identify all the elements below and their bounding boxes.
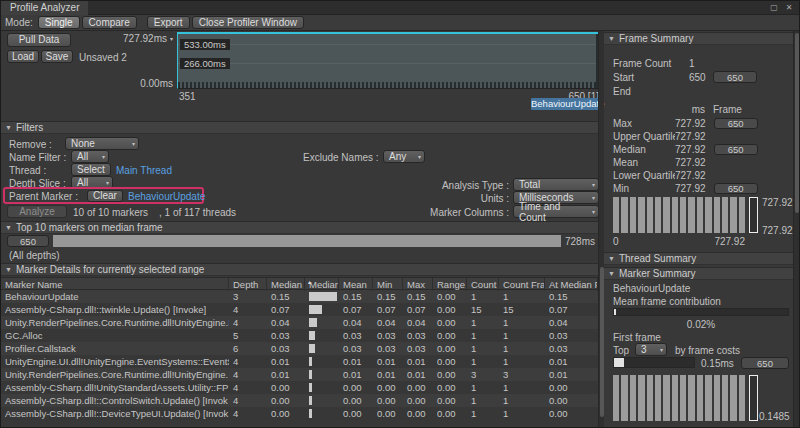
marker-row[interactable]: Assembly-CSharp.dll!::ControlSwitch.Upda… — [1, 394, 598, 407]
marker-value-cell: 0.07 — [339, 303, 373, 316]
marker-row[interactable]: Assembly-CSharp.dll!::DeviceTypeUI.Updat… — [1, 407, 598, 420]
marker-columns-value: Time and Count — [519, 201, 589, 223]
marker-row[interactable]: Assembly-CSharp.dll!::twinkle.Update() [… — [1, 303, 598, 316]
marker-cost-fill — [614, 358, 624, 367]
boxplot-min-value: 727.92 — [762, 225, 793, 236]
ms-column-header: ms — [675, 104, 705, 115]
thread-summary-foldout[interactable]: ▼ Thread Summary — [604, 252, 793, 265]
marker-details-foldout[interactable]: ▼ Marker Details for currently selected … — [1, 263, 598, 276]
right-panel-scrollbar[interactable] — [793, 31, 799, 428]
frame-badge[interactable]: 650 — [741, 357, 789, 369]
boxplot-max-value: 727.92 — [762, 197, 793, 208]
window-title-tab[interactable]: Profile Analyzer — [1, 1, 88, 15]
marker-columns-label: Marker Columns : — [409, 207, 509, 218]
marker-value-cell: 4 — [229, 355, 267, 368]
frame-badge[interactable]: 650 — [7, 235, 49, 247]
load-button[interactable]: Load — [7, 50, 39, 63]
scrollbar-thumb[interactable] — [795, 33, 799, 213]
frame-column-header: Frame — [713, 104, 742, 115]
titlebar[interactable]: Profile Analyzer ▢ ✕ — [1, 1, 799, 15]
chevron-down-icon: ▾ — [170, 35, 173, 42]
frame-summary-foldout[interactable]: ▼ Frame Summary — [604, 32, 793, 45]
histogram-bar — [680, 375, 686, 421]
marker-summary-histogram[interactable] — [613, 375, 745, 421]
filters-foldout[interactable]: ▼ Filters — [1, 121, 598, 134]
marker-row[interactable]: UnityEngine.UI.dll!UnityEngine.EventSyst… — [1, 355, 598, 368]
summary-stat-row: Lower Quartile727.92 — [613, 169, 793, 182]
marker-value-cell: 1 — [499, 329, 545, 342]
marker-row[interactable]: Unity.RenderPipelines.Core.Runtime.dll!U… — [1, 316, 598, 329]
parent-marker-value-link[interactable]: BehaviourUpdate — [128, 191, 205, 202]
stat-ms-value: 727.92 — [675, 131, 706, 142]
thread-summary-title: Thread Summary — [619, 253, 696, 264]
mode-compare-button[interactable]: Compare — [82, 16, 137, 29]
scrollbar-thumb[interactable] — [600, 267, 604, 417]
marker-row[interactable]: Unity.RenderPipelines.Core.Runtime.dll!U… — [1, 368, 598, 381]
frame-badge[interactable]: 650 — [714, 183, 758, 194]
marker-value-cell: 0.00 — [433, 381, 467, 394]
marker-value-cell: 0.01 — [267, 368, 305, 381]
thread-value-link[interactable]: Main Thread — [116, 165, 172, 176]
close-button[interactable]: ✕ — [782, 2, 796, 14]
table-header-row: Marker NameDepthMedianMedian Bar▴MeanMin… — [1, 277, 598, 290]
mode-single-button[interactable]: Single — [38, 16, 80, 29]
save-button[interactable]: Save — [41, 50, 73, 63]
remove-label: Remove : — [9, 139, 52, 150]
histogram-bar — [638, 375, 644, 421]
marker-hist-value: 0.1485 — [759, 411, 790, 422]
first-frame-label: First frame — [613, 332, 661, 343]
median-bar-cell — [305, 381, 339, 394]
marker-value-cell: 0.01 — [403, 368, 433, 381]
top-n-dropdown[interactable]: 3 ▾ — [635, 343, 667, 356]
stat-ms-value: 727.92 — [675, 170, 706, 181]
histogram-bar — [714, 375, 720, 421]
frame-badge[interactable]: 650 — [713, 71, 757, 83]
exclude-names-dropdown[interactable]: Any ▾ — [383, 150, 425, 163]
gridline — [178, 63, 600, 64]
median-bar — [309, 318, 317, 327]
table-body: BehaviourUpdate30.150.150.150.150.00110.… — [1, 290, 598, 420]
chevron-down-icon: ▾ — [102, 153, 105, 160]
selected-marker-tag[interactable]: BehaviourUpdate — [531, 98, 601, 110]
marker-value-cell: 0.03 — [339, 329, 373, 342]
depth-slice-dropdown[interactable]: All ▾ — [71, 176, 113, 189]
parent-marker-clear-button[interactable]: Clear — [87, 190, 123, 202]
name-filter-dropdown[interactable]: All ▾ — [71, 150, 109, 163]
export-button[interactable]: Export — [147, 16, 190, 29]
marker-value-cell: 0.04 — [267, 316, 305, 329]
left-panel-scrollbar[interactable] — [598, 31, 604, 428]
analyze-button[interactable]: Analyze — [7, 205, 67, 218]
remove-dropdown[interactable]: None ▾ — [65, 137, 139, 150]
pull-data-button[interactable]: Pull Data — [7, 33, 71, 47]
close-profiler-window-button[interactable]: Close Profiler Window — [192, 16, 304, 29]
histogram-bar — [655, 197, 661, 233]
marker-value-cell: 0.15 — [267, 290, 305, 303]
marker-columns-dropdown[interactable]: Time and Count ▾ — [513, 205, 599, 218]
marker-row[interactable]: Profiler.Callstack60.030.030.030.030.001… — [1, 342, 598, 355]
thread-label: Thread : — [9, 165, 46, 176]
top10-foldout[interactable]: ▼ Top 10 markers on median frame — [1, 221, 598, 234]
profile-analyzer-window: Profile Analyzer ▢ ✕ Mode: Single Compar… — [0, 0, 800, 428]
histogram-bar — [663, 197, 669, 233]
frame-time-chart[interactable]: 533.00ms 266.00ms — [177, 32, 601, 89]
frame-badge[interactable]: 650 — [714, 144, 758, 155]
marker-value-cell: 0.00 — [545, 407, 598, 420]
marker-value-cell: 0.00 — [433, 368, 467, 381]
marker-summary-foldout[interactable]: ▼ Marker Summary — [604, 267, 793, 280]
median-bar — [309, 383, 312, 392]
marker-name-cell: GC.Alloc — [1, 329, 229, 342]
marker-value-cell: 1 — [467, 342, 499, 355]
marker-row[interactable]: Assembly-CSharp.dll!UnityStandardAssets.… — [1, 381, 598, 394]
units-label: Units : — [409, 193, 509, 204]
median-bar — [309, 331, 315, 340]
maximize-button[interactable]: ▢ — [767, 2, 781, 14]
y-axis-scale-dropdown[interactable]: 727.92ms ▾ — [101, 33, 173, 44]
marker-row[interactable]: GC.Alloc50.030.030.030.030.00110.03 — [1, 329, 598, 342]
analysis-type-dropdown[interactable]: Total ▾ — [513, 178, 599, 191]
thread-select-button[interactable]: Select — [71, 163, 111, 176]
toolbar: Mode: Single Compare Export Close Profil… — [1, 15, 799, 31]
marker-row[interactable]: BehaviourUpdate30.150.150.150.150.00110.… — [1, 290, 598, 303]
frame-badge[interactable]: 650 — [714, 118, 758, 129]
frame-summary-histogram[interactable] — [613, 197, 745, 233]
summary-stat-row: Min727.92650 — [613, 182, 793, 195]
